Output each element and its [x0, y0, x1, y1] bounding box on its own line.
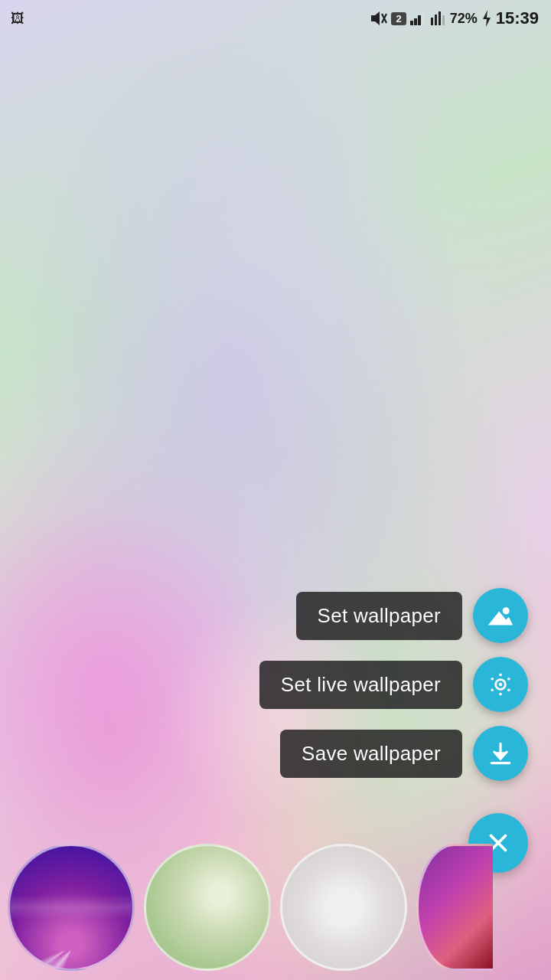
svg-rect-9 [439, 11, 441, 25]
lightning-icon [481, 10, 492, 27]
wallpaper-thumb-2[interactable] [144, 844, 271, 971]
save-wallpaper-button[interactable] [473, 726, 528, 781]
set-wallpaper-label[interactable]: Set wallpaper [296, 592, 462, 640]
svg-rect-10 [442, 15, 445, 25]
landscape-icon [487, 602, 514, 629]
sim-badge: 2 [391, 12, 406, 25]
svg-point-16 [491, 678, 494, 681]
photo-icon: 🖼 [11, 11, 24, 27]
svg-point-18 [491, 688, 494, 691]
wallpaper-thumb-3[interactable] [280, 844, 407, 971]
blob-top [61, 23, 505, 467]
download-icon [487, 740, 514, 767]
svg-point-20 [499, 674, 502, 677]
svg-rect-6 [422, 12, 425, 25]
set-wallpaper-row: Set wallpaper [296, 588, 528, 643]
status-right: 2 72% 15:39 [369, 8, 539, 28]
svg-rect-7 [431, 18, 433, 25]
set-live-wallpaper-button[interactable] [473, 657, 528, 712]
svg-point-15 [499, 683, 503, 687]
set-live-wallpaper-row: Set live wallpaper [259, 657, 528, 712]
save-wallpaper-label[interactable]: Save wallpaper [280, 730, 462, 778]
wallpaper-thumb-4[interactable] [416, 844, 493, 971]
save-wallpaper-row: Save wallpaper [280, 726, 528, 781]
svg-marker-13 [488, 612, 513, 626]
set-wallpaper-button[interactable] [473, 588, 528, 643]
svg-rect-4 [414, 18, 417, 25]
signal-icon [410, 11, 427, 25]
status-bar: 🖼 2 72% 15:39 [0, 0, 551, 37]
live-icon [487, 671, 514, 698]
actions-area: Set wallpaper Set live wallpaper [259, 588, 528, 781]
svg-point-21 [499, 693, 502, 696]
svg-marker-0 [371, 11, 380, 25]
battery-percent: 72% [450, 11, 478, 27]
svg-point-12 [503, 607, 510, 614]
set-live-wallpaper-label[interactable]: Set live wallpaper [259, 661, 462, 709]
data-icon [431, 11, 446, 25]
svg-point-19 [507, 688, 510, 691]
status-time: 15:39 [496, 8, 539, 28]
svg-rect-5 [418, 15, 421, 25]
svg-rect-3 [410, 21, 413, 25]
mute-icon [369, 10, 387, 27]
status-left: 🖼 [11, 11, 24, 27]
thumbnail-strip [0, 835, 551, 980]
svg-rect-8 [435, 15, 437, 25]
svg-marker-11 [483, 10, 491, 27]
svg-point-17 [507, 678, 510, 681]
wallpaper-thumb-1[interactable] [8, 844, 135, 971]
